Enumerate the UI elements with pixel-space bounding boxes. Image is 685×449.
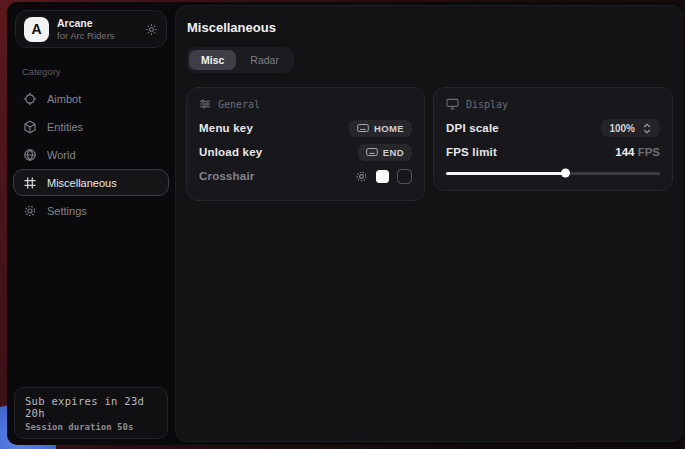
main-panel: Miscellaneous Misc Radar Gene (175, 5, 683, 442)
sidebar-item-label: Miscellaneous (47, 177, 117, 189)
slider-fill (446, 172, 566, 175)
display-header-label: Display (466, 99, 508, 110)
menu-key-value: HOME (374, 123, 404, 134)
globe-icon (23, 148, 37, 162)
slider-track[interactable] (446, 172, 660, 175)
menu-key-label: Menu key (199, 122, 253, 134)
app-subtitle: for Arc Riders (57, 30, 137, 41)
session-duration-text: Session duration 50s (25, 422, 157, 432)
unload-key-badge[interactable]: END (358, 144, 412, 161)
sub-expiry-text: Sub expires in 23d 20h (25, 395, 157, 419)
display-card: Display DPI scale 100% FPS limit (433, 87, 673, 191)
sidebar-item-miscellaneous[interactable]: Miscellaneous (13, 169, 169, 196)
dpi-scale-select[interactable]: 100% (601, 119, 660, 137)
subscription-card: Sub expires in 23d 20h Session duration … (14, 387, 168, 439)
cube-icon (23, 120, 37, 134)
fps-number: 144 (615, 146, 634, 158)
sliders-icon (199, 98, 211, 110)
crosshair-settings-gear-icon[interactable] (355, 170, 368, 183)
crosshair-row: Crosshair (199, 164, 412, 188)
sidebar-nav: Aimbot Entities World (7, 81, 175, 228)
crosshair-color-swatch[interactable] (376, 170, 389, 183)
page-title: Miscellaneous (187, 20, 673, 35)
keyboard-icon (366, 147, 378, 157)
keyboard-icon (357, 123, 369, 133)
sidebar-item-world[interactable]: World (13, 141, 169, 168)
app-name: Arcane (57, 17, 137, 30)
crosshair-controls (355, 169, 412, 184)
fps-limit-label: FPS limit (446, 146, 497, 158)
fps-limit-slider[interactable] (446, 168, 660, 178)
unload-key-row: Unload key END (199, 140, 412, 164)
menu-key-badge[interactable]: HOME (349, 120, 412, 137)
dpi-scale-label: DPI scale (446, 122, 499, 134)
settings-cards: General Menu key HOME (186, 87, 673, 201)
unload-key-value: END (383, 147, 404, 158)
crosshair-checkbox[interactable] (397, 169, 412, 184)
sidebar-item-label: Aimbot (47, 93, 81, 105)
tab-misc[interactable]: Misc (189, 50, 236, 70)
tab-radar[interactable]: Radar (238, 50, 291, 70)
app-meta: Arcane for Arc Riders (57, 17, 137, 41)
app-header-card: A Arcane for Arc Riders (15, 10, 167, 48)
crosshair-label: Crosshair (199, 170, 255, 182)
slider-thumb[interactable] (561, 169, 570, 178)
refresh-gear-icon[interactable] (145, 23, 158, 36)
unload-key-label: Unload key (199, 146, 262, 158)
sidebar-item-aimbot[interactable]: Aimbot (13, 85, 169, 112)
category-label: Category (22, 66, 175, 77)
sidebar-item-label: World (47, 149, 76, 161)
crosshair-icon (23, 92, 37, 106)
sidebar-item-label: Entities (47, 121, 83, 133)
dpi-scale-value: 100% (609, 123, 635, 134)
monitor-icon (446, 98, 459, 110)
general-header-label: General (218, 99, 260, 110)
general-card-header: General (199, 98, 412, 110)
sidebar-item-label: Settings (47, 205, 87, 217)
fps-limit-row: FPS limit 144 FPS (446, 140, 660, 164)
display-card-header: Display (446, 98, 660, 110)
tab-bar: Misc Radar (186, 47, 294, 73)
gear-icon (23, 204, 37, 218)
fps-unit: FPS (638, 146, 660, 158)
app-logo: A (24, 17, 49, 42)
app-window: A Arcane for Arc Riders Category (7, 2, 683, 445)
sidebar: A Arcane for Arc Riders Category (7, 2, 175, 445)
grid-icon (23, 176, 37, 190)
sidebar-item-entities[interactable]: Entities (13, 113, 169, 140)
dpi-scale-row: DPI scale 100% (446, 116, 660, 140)
menu-key-row: Menu key HOME (199, 116, 412, 140)
sidebar-item-settings[interactable]: Settings (13, 197, 169, 224)
chevron-up-down-icon (642, 123, 652, 134)
general-card: General Menu key HOME (186, 87, 425, 201)
fps-limit-value: 144 FPS (615, 146, 660, 158)
